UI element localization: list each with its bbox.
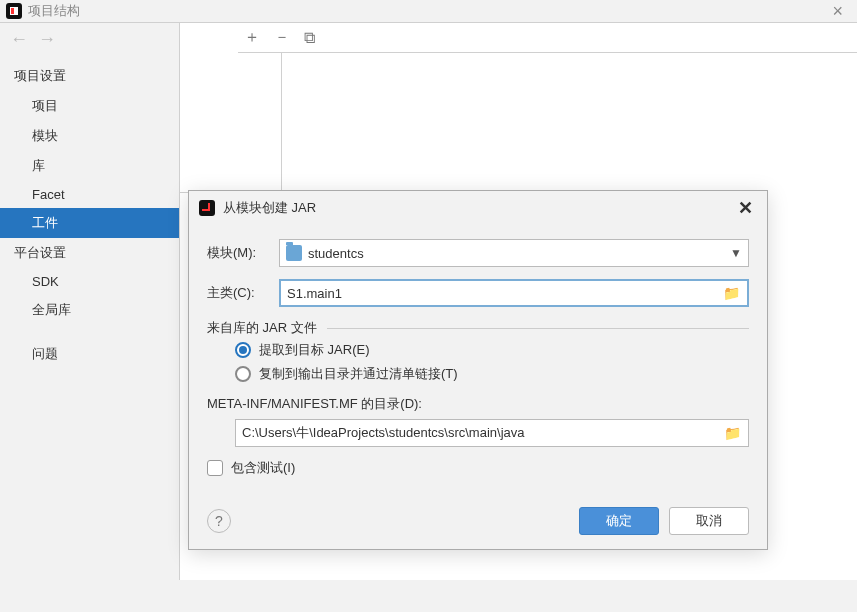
include-tests-label: 包含测试(I) xyxy=(231,459,295,477)
sidebar-item-artifacts[interactable]: 工件 xyxy=(0,208,179,238)
sidebar-item-global-libs[interactable]: 全局库 xyxy=(0,295,179,325)
module-combo[interactable]: studentcs ▼ xyxy=(279,239,749,267)
sidebar-section-project-settings: 项目设置 xyxy=(0,61,179,91)
meta-dir-input[interactable]: C:\Users\牛\IdeaProjects\studentcs\src\ma… xyxy=(235,419,749,447)
dialog-app-icon xyxy=(199,200,215,216)
browse-icon[interactable]: 📁 xyxy=(722,425,742,441)
radio-icon xyxy=(235,366,251,382)
dialog-title: 从模块创建 JAR xyxy=(223,199,316,217)
cancel-button[interactable]: 取消 xyxy=(669,507,749,535)
add-icon[interactable]: ＋ xyxy=(244,27,260,48)
ok-button[interactable]: 确定 xyxy=(579,507,659,535)
radio-copy[interactable]: 复制到输出目录并通过清单链接(T) xyxy=(235,365,749,383)
sidebar-item-modules[interactable]: 模块 xyxy=(0,121,179,151)
module-label: 模块(M): xyxy=(207,244,279,262)
mainclass-value: S1.main1 xyxy=(287,286,721,301)
artifact-list[interactable] xyxy=(180,53,282,193)
dialog-title-bar: 从模块创建 JAR ✕ xyxy=(189,191,767,225)
copy-icon[interactable]: ⧉ xyxy=(304,29,315,47)
app-icon xyxy=(6,3,22,19)
mainclass-input[interactable]: S1.main1 📁 xyxy=(279,279,749,307)
jarlib-fieldset: 来自库的 JAR 文件 xyxy=(207,319,749,337)
sidebar-section-platform-settings: 平台设置 xyxy=(0,238,179,268)
close-icon[interactable]: × xyxy=(824,1,851,22)
include-tests-check[interactable]: 包含测试(I) xyxy=(207,459,749,477)
sidebar-item-facet[interactable]: Facet xyxy=(0,181,179,208)
remove-icon[interactable]: － xyxy=(274,27,290,48)
window-title: 项目结构 xyxy=(28,2,80,20)
browse-icon[interactable]: 📁 xyxy=(721,285,741,301)
title-bar: 项目结构 × xyxy=(0,0,857,22)
radio-copy-label: 复制到输出目录并通过清单链接(T) xyxy=(259,365,458,383)
sidebar-item-project[interactable]: 项目 xyxy=(0,91,179,121)
create-jar-dialog: 从模块创建 JAR ✕ 模块(M): studentcs ▼ 主类(C): S1… xyxy=(188,190,768,550)
module-value: studentcs xyxy=(308,246,364,261)
folder-icon xyxy=(286,245,302,261)
meta-dir-label: META-INF/MANIFEST.MF 的目录(D): xyxy=(207,395,749,413)
chevron-down-icon: ▼ xyxy=(730,246,742,260)
list-toolbar: ＋ － ⧉ xyxy=(238,23,857,53)
help-button[interactable]: ? xyxy=(207,509,231,533)
back-arrow-icon[interactable]: ← xyxy=(10,29,28,50)
meta-dir-value: C:\Users\牛\IdeaProjects\studentcs\src\ma… xyxy=(242,424,722,442)
radio-extract[interactable]: 提取到目标 JAR(E) xyxy=(235,341,749,359)
checkbox-icon xyxy=(207,460,223,476)
forward-arrow-icon[interactable]: → xyxy=(38,29,56,50)
sidebar-item-libraries[interactable]: 库 xyxy=(0,151,179,181)
dialog-close-icon[interactable]: ✕ xyxy=(734,197,757,219)
radio-extract-label: 提取到目标 JAR(E) xyxy=(259,341,370,359)
sidebar-item-sdk[interactable]: SDK xyxy=(0,268,179,295)
sidebar: ← → 项目设置 项目 模块 库 Facet 工件 平台设置 SDK 全局库 问… xyxy=(0,23,180,580)
radio-icon xyxy=(235,342,251,358)
mainclass-label: 主类(C): xyxy=(207,284,279,302)
nav-bar: ← → xyxy=(0,25,179,53)
sidebar-item-problems[interactable]: 问题 xyxy=(0,339,179,369)
